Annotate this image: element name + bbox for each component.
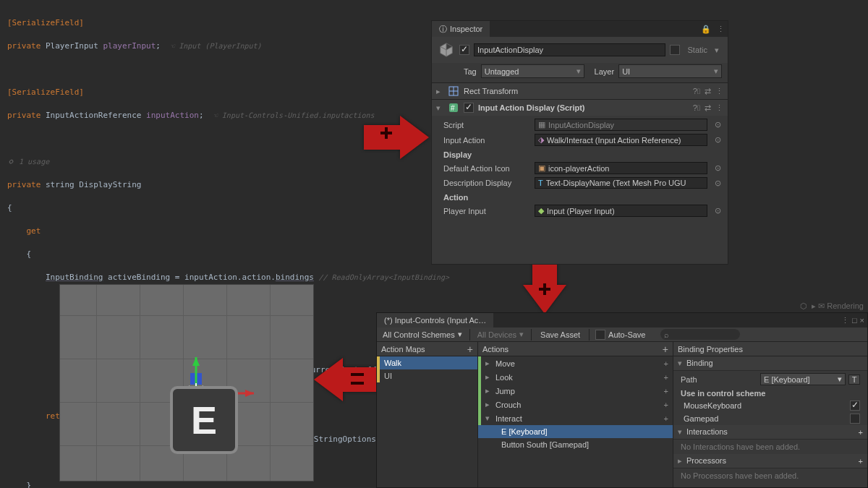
static-checkbox[interactable]	[670, 45, 680, 55]
path-label: Path	[681, 375, 760, 384]
rect-transform-icon	[448, 85, 459, 97]
action-map-item[interactable]: UI	[377, 369, 477, 382]
image-icon: ▣	[538, 163, 545, 173]
action-map-item[interactable]: Walk	[377, 356, 477, 369]
listen-button[interactable]: T	[848, 374, 860, 385]
search-icon: ⌕	[664, 330, 669, 339]
svg-marker-7	[192, 357, 200, 366]
actions-header: Actions	[482, 345, 509, 354]
description-display-field[interactable]: TText-DisplayName (Text Mesh Pro UGU	[535, 177, 707, 189]
add-processor-button[interactable]: +	[859, 457, 863, 466]
inspector-tab[interactable]: ⓘInspector	[432, 21, 490, 37]
help-icon[interactable]: ?⃝	[693, 87, 700, 96]
gamepad-checkbox[interactable]	[850, 414, 860, 424]
preset-icon[interactable]: ⇄	[705, 87, 711, 96]
maximize-icon[interactable]: □	[852, 316, 857, 325]
object-picker-icon[interactable]: ⊙	[712, 120, 723, 129]
object-picker-icon[interactable]: ⊙	[712, 163, 723, 173]
add-binding-button[interactable]: +	[664, 401, 668, 409]
add-binding-button[interactable]: +	[664, 387, 668, 395]
close-icon[interactable]: ×	[860, 316, 864, 325]
player-input-label: Player Input	[436, 207, 530, 215]
add-binding-button[interactable]: +	[664, 373, 668, 382]
script-icon: #	[448, 102, 459, 114]
input-action-ref-icon: ⬗	[538, 135, 544, 145]
binding-item[interactable]: Button South [Gamepad]	[478, 438, 673, 451]
object-picker-icon[interactable]: ⊙	[712, 206, 723, 215]
active-checkbox[interactable]	[459, 45, 469, 55]
input-action-field[interactable]: ⬗Walk/Interact (Input Action Reference)	[535, 134, 707, 146]
display-section-heading: Display	[436, 147, 723, 160]
auto-save-label: Auto-Save	[608, 330, 645, 339]
lock-icon[interactable]: 🔒	[698, 25, 714, 34]
binding-properties-header: Binding Properties	[678, 345, 743, 354]
inspector-panel: ⓘInspector 🔒 ⋮ InputActionDisplay Static…	[431, 20, 728, 265]
preset-icon[interactable]: ⇄	[705, 103, 711, 113]
default-action-icon-field[interactable]: ▣icon-playerAction	[535, 162, 707, 174]
script-label: Script	[436, 121, 530, 129]
processors-section[interactable]: ▸Processors+	[673, 454, 867, 468]
processors-empty-text: No Processors have been added.	[673, 468, 867, 483]
action-item[interactable]: ▸Move+	[478, 356, 673, 370]
static-dropdown-icon[interactable]: ▾	[712, 46, 722, 55]
info-icon: ⓘ	[439, 24, 447, 35]
component-menu-icon[interactable]: ⋮	[715, 87, 723, 96]
csharp-icon: ▦	[538, 120, 545, 129]
input-action-label: Input Action	[436, 136, 530, 145]
static-label: Static	[684, 46, 707, 54]
add-action-map-button[interactable]: +	[467, 343, 473, 355]
player-input-icon: ◆	[538, 206, 544, 215]
tag-dropdown[interactable]: Untagged	[481, 64, 584, 78]
interactions-section[interactable]: ▾Interactions+	[673, 425, 867, 440]
control-schemes-dropdown[interactable]: All Control Schemes▾	[377, 328, 468, 341]
use-in-scheme-label: Use in control scheme	[673, 388, 867, 399]
add-interaction-button[interactable]: +	[859, 428, 863, 437]
svg-text:#: #	[451, 104, 455, 112]
input-actions-tab[interactable]: (*) Input-Controls (Input Ac…	[377, 313, 493, 328]
script-component-header[interactable]: ▾ # Input Action Display (Script) ?⃝ ⇄ ⋮	[432, 99, 728, 116]
action-item[interactable]: ▸Crouch+	[478, 398, 673, 411]
menu-icon[interactable]: ⋮	[714, 25, 728, 34]
interactions-empty-text: No Interactions have been added.	[673, 440, 867, 454]
object-picker-icon[interactable]: ⊙	[712, 179, 723, 188]
layer-dropdown[interactable]: UI	[618, 64, 722, 78]
input-actions-window: (*) Input-Controls (Input Ac… ⋮ □ × All …	[376, 312, 868, 488]
key-icon-display: E	[170, 386, 238, 454]
action-item[interactable]: ▾Interact+	[478, 411, 673, 425]
action-item[interactable]: ▸Jump+	[478, 384, 673, 398]
svg-marker-9	[245, 390, 254, 397]
scene-view[interactable]: E	[59, 284, 314, 481]
add-binding-button[interactable]: +	[664, 359, 668, 368]
help-icon[interactable]: ?⃝	[693, 103, 700, 113]
gameobject-name-input[interactable]: InputActionDisplay	[474, 43, 665, 56]
gameobject-icon[interactable]	[438, 41, 455, 59]
fold-icon: ▸	[436, 87, 443, 96]
tag-label: Tag	[464, 67, 477, 76]
description-display-label: Description Display	[436, 179, 530, 187]
search-box[interactable]: ⌕	[651, 329, 867, 340]
binding-section[interactable]: ▾Binding	[673, 356, 867, 371]
default-action-icon-label: Default Action Icon	[436, 164, 530, 173]
action-maps-header: Action Maps	[381, 345, 425, 354]
arrow-right-plus-icon	[360, 112, 433, 163]
auto-save-checkbox[interactable]	[595, 330, 605, 340]
action-item[interactable]: ▸Look+	[478, 370, 673, 384]
fold-icon: ▾	[436, 103, 443, 113]
add-action-button[interactable]: +	[663, 343, 668, 355]
mousekeyboard-checkbox[interactable]	[850, 401, 860, 411]
add-binding-button[interactable]: +	[664, 414, 668, 423]
save-asset-button[interactable]: Save Asset	[533, 329, 587, 341]
object-picker-icon[interactable]: ⊙	[712, 135, 723, 145]
component-menu-icon[interactable]: ⋮	[715, 103, 723, 113]
binding-item[interactable]: E [Keyboard]	[478, 425, 673, 438]
component-enabled-checkbox[interactable]	[464, 103, 474, 113]
text-icon: T	[538, 179, 543, 187]
rect-transform-header[interactable]: ▸ Rect Transform ?⃝ ⇄ ⋮	[432, 82, 728, 99]
rendering-bar: ⬡ ▸ ✉ Rendering	[376, 299, 868, 312]
menu-icon[interactable]: ⋮	[841, 316, 849, 325]
path-dropdown[interactable]: E [Keyboard]▾	[760, 373, 846, 385]
action-section-heading: Action	[436, 190, 723, 203]
gamepad-label: Gamepad	[684, 414, 718, 423]
player-input-field[interactable]: ◆Input (Player Input)	[535, 205, 707, 217]
devices-dropdown[interactable]: All Devices▾	[472, 328, 529, 341]
